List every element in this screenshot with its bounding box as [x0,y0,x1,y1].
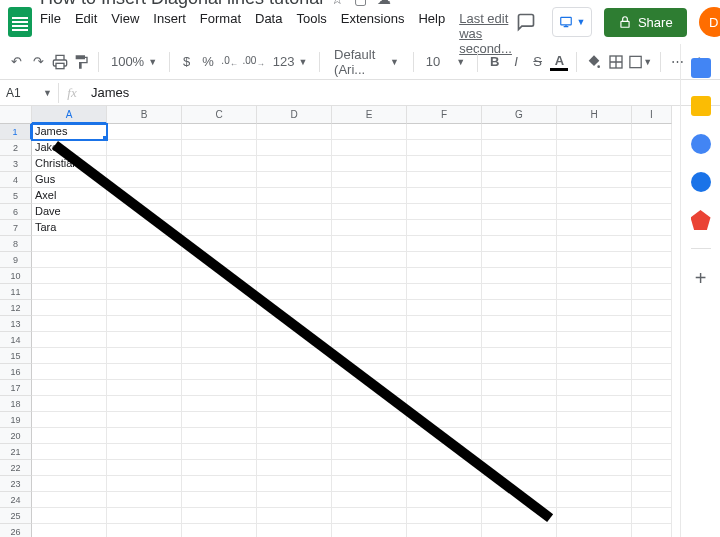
cell[interactable] [407,332,482,348]
percent-button[interactable]: % [199,50,217,74]
cell[interactable] [107,140,182,156]
cell[interactable] [557,380,632,396]
cell[interactable] [257,396,332,412]
menu-view[interactable]: View [111,11,139,56]
cell[interactable] [482,188,557,204]
zoom-dropdown[interactable]: 100%▼ [107,54,161,69]
cell[interactable] [482,252,557,268]
cell[interactable]: James [32,124,107,140]
cell[interactable]: Dave [32,204,107,220]
borders-button[interactable] [607,50,625,74]
cell[interactable] [557,476,632,492]
cell[interactable] [407,284,482,300]
cell[interactable] [257,252,332,268]
cell[interactable] [407,124,482,140]
cell[interactable] [482,364,557,380]
cell[interactable] [482,380,557,396]
row-header[interactable]: 12 [0,300,32,316]
cell[interactable] [257,444,332,460]
cell[interactable] [632,252,672,268]
cell[interactable] [482,220,557,236]
row-header[interactable]: 5 [0,188,32,204]
cell[interactable] [182,380,257,396]
row-header[interactable]: 25 [0,508,32,524]
cell[interactable] [257,220,332,236]
select-all-corner[interactable] [0,106,32,124]
cell[interactable] [182,444,257,460]
comments-icon[interactable] [512,8,540,36]
cell[interactable] [107,364,182,380]
cell[interactable] [107,348,182,364]
cell[interactable] [257,508,332,524]
row-header[interactable]: 14 [0,332,32,348]
cell[interactable] [632,188,672,204]
cell[interactable] [32,508,107,524]
column-header[interactable]: H [557,106,632,124]
cell[interactable] [632,348,672,364]
cell[interactable] [332,460,407,476]
cell[interactable] [332,140,407,156]
cell[interactable] [107,460,182,476]
row-header[interactable]: 20 [0,428,32,444]
cell[interactable] [257,380,332,396]
cell[interactable] [257,236,332,252]
cell[interactable] [32,460,107,476]
cell[interactable] [257,492,332,508]
cell[interactable] [257,284,332,300]
cell[interactable] [32,348,107,364]
decrease-decimal-button[interactable]: .0← [221,50,239,74]
tasks-icon[interactable] [691,134,711,154]
cell[interactable] [107,444,182,460]
currency-button[interactable]: $ [178,50,196,74]
cell[interactable] [257,204,332,220]
column-header[interactable]: D [257,106,332,124]
row-header[interactable]: 26 [0,524,32,537]
cell[interactable] [557,252,632,268]
cell[interactable] [407,268,482,284]
cell[interactable] [107,492,182,508]
fill-color-button[interactable] [585,50,603,74]
share-button[interactable]: Share [604,8,687,37]
column-header[interactable]: G [482,106,557,124]
cell[interactable] [257,412,332,428]
cell[interactable] [182,396,257,412]
row-header[interactable]: 19 [0,412,32,428]
cell[interactable] [632,268,672,284]
cell[interactable] [407,140,482,156]
cell[interactable] [332,252,407,268]
cell[interactable] [107,316,182,332]
cell[interactable] [482,124,557,140]
cell[interactable] [632,140,672,156]
row-header[interactable]: 1 [0,124,32,140]
cell[interactable] [32,252,107,268]
cell[interactable] [632,476,672,492]
cell[interactable] [407,252,482,268]
cell[interactable] [482,332,557,348]
cell[interactable] [332,124,407,140]
cell[interactable] [632,172,672,188]
cell[interactable] [182,124,257,140]
cell[interactable] [182,156,257,172]
cell[interactable] [182,316,257,332]
cell[interactable] [182,524,257,537]
cell[interactable] [632,412,672,428]
cell[interactable] [407,204,482,220]
cell[interactable] [407,220,482,236]
menu-tools[interactable]: Tools [296,11,326,56]
cell[interactable] [32,380,107,396]
cell[interactable] [332,236,407,252]
cell[interactable] [632,444,672,460]
cell[interactable] [182,140,257,156]
cell[interactable] [32,412,107,428]
cell[interactable] [482,204,557,220]
cell[interactable] [107,476,182,492]
cell[interactable] [407,380,482,396]
cell[interactable] [557,412,632,428]
cell[interactable] [32,300,107,316]
cell[interactable] [557,236,632,252]
cell[interactable] [482,412,557,428]
cell[interactable] [182,364,257,380]
cell[interactable] [557,156,632,172]
cell[interactable] [182,412,257,428]
cell[interactable] [107,284,182,300]
